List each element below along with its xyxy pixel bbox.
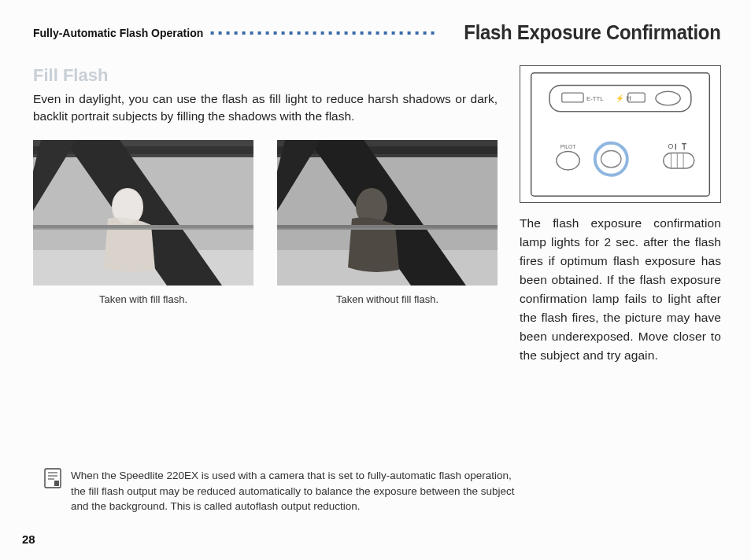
svg-rect-17	[277, 225, 498, 228]
caption-without-flash: Taken without fill flash.	[336, 293, 438, 305]
left-column: Fill Flash Even in daylight, you can use…	[33, 65, 498, 365]
svg-rect-8	[33, 225, 253, 228]
right-column: E-TTL ⚡ H PILOT O	[520, 65, 721, 365]
note-icon	[44, 468, 61, 488]
page-title: Flash Exposure Confirmation	[464, 20, 721, 45]
pilot-label: PILOT	[560, 144, 577, 149]
example-photos-row: Taken with fill flash.	[33, 140, 498, 305]
fill-flash-body: Even in daylight, you can use the flash …	[33, 90, 498, 124]
svg-rect-9	[33, 228, 253, 230]
svg-rect-38	[54, 481, 59, 486]
photo-without-flash	[277, 140, 498, 286]
confirmation-body: The flash exposure confirmation lamp lig…	[520, 214, 721, 365]
photo-with-flash-block: Taken with fill flash.	[33, 140, 253, 305]
photo-without-flash-block: Taken without fill flash.	[277, 140, 498, 305]
page-number: 28	[22, 532, 35, 546]
caption-with-flash: Taken with fill flash.	[99, 293, 187, 305]
note-text: When the Speedlite 220EX is used with a …	[71, 468, 515, 514]
note-block: When the Speedlite 220EX is used with a …	[44, 468, 515, 514]
section-label: Fully-Automatic Flash Operation	[33, 27, 203, 39]
manual-page: Fully-Automatic Flash Operation Flash Ex…	[0, 0, 751, 560]
switch-off-label: O	[668, 142, 674, 150]
photo-with-flash	[33, 140, 253, 286]
flash-unit-diagram: E-TTL ⚡ H PILOT O	[520, 65, 721, 203]
content-columns: Fill Flash Even in daylight, you can use…	[33, 65, 721, 365]
ettl-label: E-TTL	[586, 95, 604, 102]
svg-rect-18	[277, 228, 498, 230]
fill-flash-heading: Fill Flash	[33, 65, 498, 86]
header-dots	[209, 31, 435, 35]
header-row: Fully-Automatic Flash Operation Flash Ex…	[33, 20, 721, 45]
svg-point-7	[113, 190, 142, 224]
